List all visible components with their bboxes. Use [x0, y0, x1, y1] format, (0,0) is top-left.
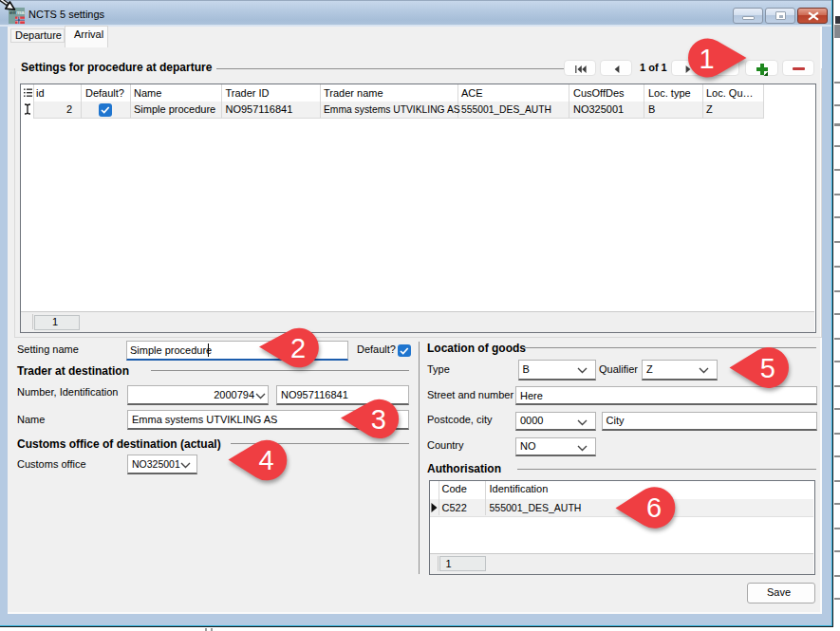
svg-text:3: 3 [371, 404, 386, 435]
svg-text:6: 6 [646, 492, 662, 523]
svg-text:2: 2 [290, 333, 306, 363]
svg-text:4: 4 [258, 445, 273, 475]
svg-text:5: 5 [760, 353, 775, 383]
svg-text:1: 1 [699, 44, 714, 74]
